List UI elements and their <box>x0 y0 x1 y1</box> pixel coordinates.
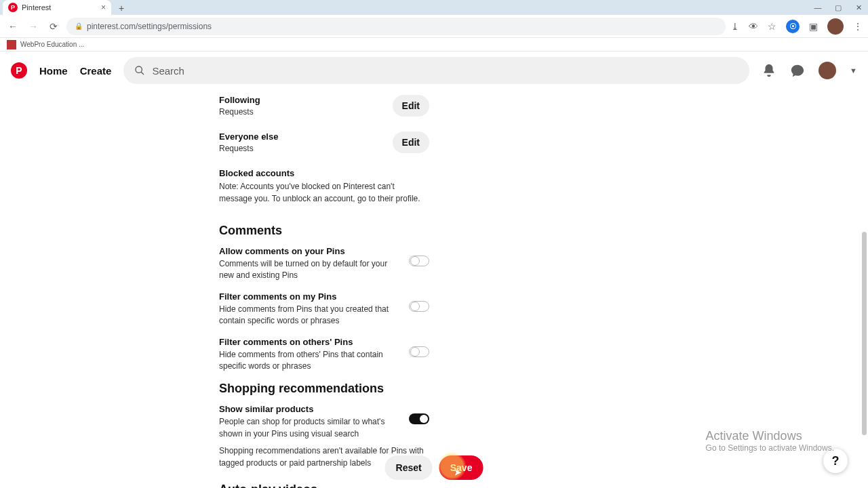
bookmarks-bar: WebPro Education ... <box>0 38 868 52</box>
search-placeholder: Search <box>152 65 184 77</box>
edit-everyone-button[interactable]: Edit <box>393 131 429 153</box>
profile-avatar-icon[interactable] <box>827 18 844 35</box>
install-icon[interactable]: ⤓ <box>731 21 739 32</box>
everyone-title: Everyone else <box>219 131 278 142</box>
autoplay-heading: Auto-play videos <box>219 483 429 488</box>
minimize-icon[interactable]: — <box>814 3 822 12</box>
reload-icon[interactable]: ⟳ <box>46 19 61 34</box>
edit-following-button[interactable]: Edit <box>393 95 429 117</box>
everyone-sub: Requests <box>219 144 278 153</box>
app-header: P Home Create Search ▼ <box>0 52 868 89</box>
filter-mine-setting: Filter comments on my Pins Hide comments… <box>219 291 429 327</box>
window-title-bar: — ▢ ✕ <box>0 0 868 15</box>
similar-title: Show similar products <box>219 404 398 414</box>
filter-mine-title: Filter comments on my Pins <box>219 291 398 302</box>
save-button[interactable]: Save ➤ <box>439 455 484 480</box>
similar-products-setting: Show similar products People can shop fo… <box>219 404 429 440</box>
reset-button[interactable]: Reset <box>385 455 433 480</box>
following-title: Following <box>219 95 260 105</box>
nav-home[interactable]: Home <box>39 65 68 77</box>
allow-comments-toggle[interactable] <box>409 256 429 266</box>
filter-mine-toggle[interactable] <box>409 301 429 312</box>
maximize-icon[interactable]: ▢ <box>834 3 842 12</box>
pinterest-favicon-icon: P <box>8 3 18 12</box>
tab-title: Pinterest <box>22 3 51 12</box>
footer-actions: Reset Save ➤ <box>385 455 484 480</box>
url-text: pinterest.com/settings/permissions <box>87 22 212 31</box>
star-icon[interactable]: ☆ <box>768 21 776 32</box>
bookmark-favicon-icon <box>7 40 16 49</box>
shopping-heading: Shopping recommendations <box>219 382 429 396</box>
blocked-note: Note: Accounts you've blocked on Pintere… <box>219 180 429 205</box>
menu-icon[interactable]: ⋮ <box>853 21 863 32</box>
tab-close-icon[interactable]: × <box>101 3 106 12</box>
allow-comments-desc: Comments will be turned on by default fo… <box>219 258 398 282</box>
chevron-down-icon[interactable]: ▼ <box>850 66 857 75</box>
filter-others-toggle[interactable] <box>409 346 429 357</box>
filter-others-setting: Filter comments on others' Pins Hide com… <box>219 337 429 373</box>
allow-comments-setting: Allow comments on your Pins Comments wil… <box>219 246 429 282</box>
forward-icon: → <box>26 19 41 34</box>
blocked-title: Blocked accounts <box>219 168 429 178</box>
search-icon <box>134 65 145 76</box>
search-input[interactable]: Search <box>123 57 749 84</box>
watermark-sub: Go to Settings to activate Windows. <box>706 443 834 453</box>
comments-heading: Comments <box>219 224 429 238</box>
extensions-icon[interactable]: ▣ <box>809 21 818 32</box>
allow-comments-title: Allow comments on your Pins <box>219 246 398 256</box>
similar-desc: People can shop for products similar to … <box>219 416 398 440</box>
bookmark-item[interactable]: WebPro Education ... <box>20 41 84 48</box>
lock-icon: 🔒 <box>75 22 83 30</box>
url-input[interactable]: 🔒 pinterest.com/settings/permissions <box>66 18 726 35</box>
windows-watermark: Activate Windows Go to Settings to activ… <box>706 429 834 453</box>
scrollbar[interactable] <box>861 89 867 453</box>
following-sub: Requests <box>219 107 260 117</box>
eye-off-icon[interactable]: 👁 <box>749 21 758 32</box>
new-tab-icon[interactable]: + <box>119 3 124 14</box>
filter-mine-desc: Hide comments from Pins that you created… <box>219 304 398 327</box>
filter-others-desc: Hide comments from others' Pins that con… <box>219 349 398 373</box>
pinterest-logo-icon[interactable]: P <box>11 62 27 79</box>
everyone-row: Everyone else Requests Edit <box>219 131 429 153</box>
following-row: Following Requests Edit <box>219 95 429 117</box>
messages-icon[interactable] <box>790 63 805 78</box>
similar-toggle[interactable] <box>409 413 429 424</box>
nav-create[interactable]: Create <box>80 65 112 77</box>
user-avatar-icon[interactable] <box>818 62 836 79</box>
watermark-title: Activate Windows <box>706 429 834 443</box>
browser-tab[interactable]: P Pinterest × <box>3 0 111 15</box>
back-icon[interactable]: ← <box>5 19 20 34</box>
save-label: Save <box>450 462 473 473</box>
filter-others-title: Filter comments on others' Pins <box>219 337 398 347</box>
address-bar: ← → ⟳ 🔒 pinterest.com/settings/permissio… <box>0 15 868 38</box>
notifications-icon[interactable] <box>762 63 776 78</box>
extension-icon[interactable]: ⦿ <box>786 20 800 33</box>
scroll-thumb[interactable] <box>862 232 867 435</box>
close-window-icon[interactable]: ✕ <box>854 3 863 12</box>
settings-content: Following Requests Edit Everyone else Re… <box>0 89 868 488</box>
